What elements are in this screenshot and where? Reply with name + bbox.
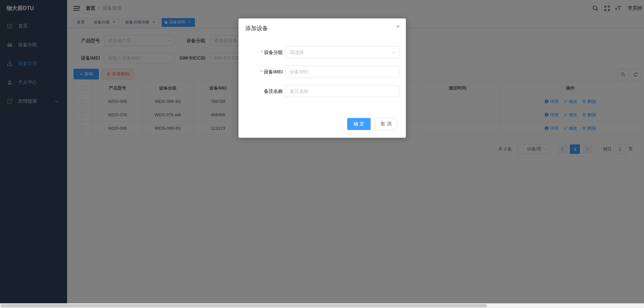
dialog-group-select[interactable] bbox=[285, 46, 399, 58]
dialog-group-label: *设备分组 bbox=[245, 46, 283, 58]
dialog-group-input[interactable] bbox=[285, 46, 399, 58]
scrollbar-thumb[interactable] bbox=[1, 304, 487, 307]
dialog-remark-input[interactable] bbox=[285, 85, 399, 97]
horizontal-scrollbar[interactable] bbox=[0, 303, 644, 308]
dialog-imei-input[interactable] bbox=[285, 66, 399, 78]
dialog-title: 添加设备 bbox=[245, 24, 268, 32]
dialog-remark-field[interactable] bbox=[285, 85, 399, 97]
dialog-imei-label: *设备IMEI bbox=[245, 66, 283, 78]
app-root: 物大师DTU 首页 设备分组 设备管理 个人中心 友情链接 bbox=[0, 0, 644, 308]
close-icon[interactable]: × bbox=[396, 23, 400, 29]
required-mark: * bbox=[261, 50, 263, 55]
dialog-remark-label: 备注名称 bbox=[245, 85, 283, 97]
cancel-button[interactable]: 取 消 bbox=[375, 118, 397, 130]
confirm-button[interactable]: 确 定 bbox=[347, 118, 371, 130]
required-mark: * bbox=[261, 69, 262, 74]
add-device-dialog: 添加设备 × *设备分组 *设备IMEI 备注名称 确 定 取 消 bbox=[238, 18, 406, 138]
dialog-imei-field[interactable] bbox=[285, 66, 399, 78]
